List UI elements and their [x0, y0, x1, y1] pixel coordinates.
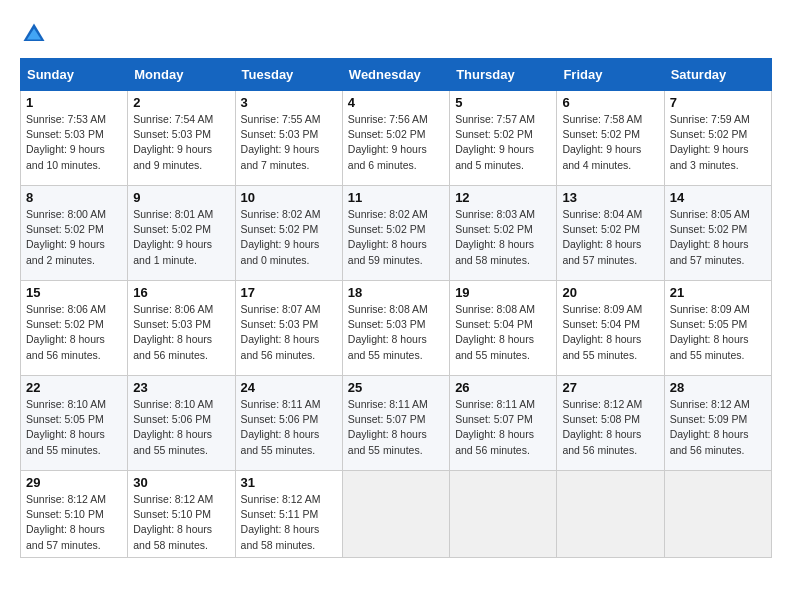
- day-info: Sunrise: 8:09 AMSunset: 5:05 PMDaylight:…: [670, 302, 766, 363]
- day-number: 4: [348, 95, 444, 110]
- day-info: Sunrise: 8:05 AMSunset: 5:02 PMDaylight:…: [670, 207, 766, 268]
- day-number: 29: [26, 475, 122, 490]
- calendar-week-row: 22Sunrise: 8:10 AMSunset: 5:05 PMDayligh…: [21, 376, 772, 471]
- day-info: Sunrise: 8:11 AMSunset: 5:07 PMDaylight:…: [348, 397, 444, 458]
- calendar-cell: 3Sunrise: 7:55 AMSunset: 5:03 PMDaylight…: [235, 91, 342, 186]
- day-info: Sunrise: 8:11 AMSunset: 5:07 PMDaylight:…: [455, 397, 551, 458]
- column-header-wednesday: Wednesday: [342, 59, 449, 91]
- calendar-header-row: SundayMondayTuesdayWednesdayThursdayFrid…: [21, 59, 772, 91]
- day-number: 15: [26, 285, 122, 300]
- calendar-cell: 12Sunrise: 8:03 AMSunset: 5:02 PMDayligh…: [450, 186, 557, 281]
- day-number: 24: [241, 380, 337, 395]
- calendar-cell: 28Sunrise: 8:12 AMSunset: 5:09 PMDayligh…: [664, 376, 771, 471]
- calendar-cell: 9Sunrise: 8:01 AMSunset: 5:02 PMDaylight…: [128, 186, 235, 281]
- day-info: Sunrise: 8:12 AMSunset: 5:09 PMDaylight:…: [670, 397, 766, 458]
- calendar-cell: 17Sunrise: 8:07 AMSunset: 5:03 PMDayligh…: [235, 281, 342, 376]
- day-number: 16: [133, 285, 229, 300]
- column-header-friday: Friday: [557, 59, 664, 91]
- day-number: 22: [26, 380, 122, 395]
- day-info: Sunrise: 8:07 AMSunset: 5:03 PMDaylight:…: [241, 302, 337, 363]
- calendar-cell: [342, 471, 449, 558]
- day-info: Sunrise: 8:06 AMSunset: 5:02 PMDaylight:…: [26, 302, 122, 363]
- calendar-week-row: 8Sunrise: 8:00 AMSunset: 5:02 PMDaylight…: [21, 186, 772, 281]
- calendar-week-row: 29Sunrise: 8:12 AMSunset: 5:10 PMDayligh…: [21, 471, 772, 558]
- calendar-cell: 23Sunrise: 8:10 AMSunset: 5:06 PMDayligh…: [128, 376, 235, 471]
- day-number: 25: [348, 380, 444, 395]
- day-number: 7: [670, 95, 766, 110]
- day-info: Sunrise: 8:00 AMSunset: 5:02 PMDaylight:…: [26, 207, 122, 268]
- day-number: 6: [562, 95, 658, 110]
- calendar-cell: 26Sunrise: 8:11 AMSunset: 5:07 PMDayligh…: [450, 376, 557, 471]
- calendar-week-row: 1Sunrise: 7:53 AMSunset: 5:03 PMDaylight…: [21, 91, 772, 186]
- column-header-saturday: Saturday: [664, 59, 771, 91]
- page-header: [20, 20, 772, 48]
- calendar-cell: 10Sunrise: 8:02 AMSunset: 5:02 PMDayligh…: [235, 186, 342, 281]
- day-number: 17: [241, 285, 337, 300]
- day-number: 27: [562, 380, 658, 395]
- day-info: Sunrise: 7:58 AMSunset: 5:02 PMDaylight:…: [562, 112, 658, 173]
- calendar-cell: 1Sunrise: 7:53 AMSunset: 5:03 PMDaylight…: [21, 91, 128, 186]
- column-header-sunday: Sunday: [21, 59, 128, 91]
- day-info: Sunrise: 8:06 AMSunset: 5:03 PMDaylight:…: [133, 302, 229, 363]
- day-number: 23: [133, 380, 229, 395]
- day-number: 26: [455, 380, 551, 395]
- day-info: Sunrise: 8:02 AMSunset: 5:02 PMDaylight:…: [348, 207, 444, 268]
- day-number: 19: [455, 285, 551, 300]
- day-number: 11: [348, 190, 444, 205]
- calendar-cell: 7Sunrise: 7:59 AMSunset: 5:02 PMDaylight…: [664, 91, 771, 186]
- column-header-tuesday: Tuesday: [235, 59, 342, 91]
- day-number: 9: [133, 190, 229, 205]
- column-header-thursday: Thursday: [450, 59, 557, 91]
- logo: [20, 20, 50, 48]
- day-number: 18: [348, 285, 444, 300]
- day-info: Sunrise: 7:59 AMSunset: 5:02 PMDaylight:…: [670, 112, 766, 173]
- day-number: 3: [241, 95, 337, 110]
- day-info: Sunrise: 8:12 AMSunset: 5:10 PMDaylight:…: [133, 492, 229, 553]
- calendar-cell: 18Sunrise: 8:08 AMSunset: 5:03 PMDayligh…: [342, 281, 449, 376]
- calendar-cell: [450, 471, 557, 558]
- day-number: 28: [670, 380, 766, 395]
- calendar-cell: [557, 471, 664, 558]
- calendar-cell: 2Sunrise: 7:54 AMSunset: 5:03 PMDaylight…: [128, 91, 235, 186]
- day-number: 2: [133, 95, 229, 110]
- day-number: 12: [455, 190, 551, 205]
- day-info: Sunrise: 7:56 AMSunset: 5:02 PMDaylight:…: [348, 112, 444, 173]
- day-info: Sunrise: 7:57 AMSunset: 5:02 PMDaylight:…: [455, 112, 551, 173]
- logo-icon: [20, 20, 48, 48]
- calendar-cell: 22Sunrise: 8:10 AMSunset: 5:05 PMDayligh…: [21, 376, 128, 471]
- day-number: 30: [133, 475, 229, 490]
- calendar-cell: 13Sunrise: 8:04 AMSunset: 5:02 PMDayligh…: [557, 186, 664, 281]
- day-number: 1: [26, 95, 122, 110]
- day-info: Sunrise: 7:55 AMSunset: 5:03 PMDaylight:…: [241, 112, 337, 173]
- calendar-table: SundayMondayTuesdayWednesdayThursdayFrid…: [20, 58, 772, 558]
- calendar-cell: 19Sunrise: 8:08 AMSunset: 5:04 PMDayligh…: [450, 281, 557, 376]
- day-number: 21: [670, 285, 766, 300]
- day-info: Sunrise: 7:53 AMSunset: 5:03 PMDaylight:…: [26, 112, 122, 173]
- calendar-cell: 4Sunrise: 7:56 AMSunset: 5:02 PMDaylight…: [342, 91, 449, 186]
- day-number: 31: [241, 475, 337, 490]
- day-number: 5: [455, 95, 551, 110]
- day-info: Sunrise: 8:12 AMSunset: 5:11 PMDaylight:…: [241, 492, 337, 553]
- day-number: 14: [670, 190, 766, 205]
- calendar-cell: 5Sunrise: 7:57 AMSunset: 5:02 PMDaylight…: [450, 91, 557, 186]
- calendar-cell: 21Sunrise: 8:09 AMSunset: 5:05 PMDayligh…: [664, 281, 771, 376]
- calendar-cell: 20Sunrise: 8:09 AMSunset: 5:04 PMDayligh…: [557, 281, 664, 376]
- day-info: Sunrise: 8:08 AMSunset: 5:03 PMDaylight:…: [348, 302, 444, 363]
- day-info: Sunrise: 8:08 AMSunset: 5:04 PMDaylight:…: [455, 302, 551, 363]
- calendar-cell: 14Sunrise: 8:05 AMSunset: 5:02 PMDayligh…: [664, 186, 771, 281]
- calendar-cell: 29Sunrise: 8:12 AMSunset: 5:10 PMDayligh…: [21, 471, 128, 558]
- day-number: 13: [562, 190, 658, 205]
- day-info: Sunrise: 8:02 AMSunset: 5:02 PMDaylight:…: [241, 207, 337, 268]
- day-number: 10: [241, 190, 337, 205]
- calendar-cell: 8Sunrise: 8:00 AMSunset: 5:02 PMDaylight…: [21, 186, 128, 281]
- day-info: Sunrise: 8:12 AMSunset: 5:08 PMDaylight:…: [562, 397, 658, 458]
- calendar-cell: 11Sunrise: 8:02 AMSunset: 5:02 PMDayligh…: [342, 186, 449, 281]
- calendar-cell: 24Sunrise: 8:11 AMSunset: 5:06 PMDayligh…: [235, 376, 342, 471]
- calendar-cell: 25Sunrise: 8:11 AMSunset: 5:07 PMDayligh…: [342, 376, 449, 471]
- day-info: Sunrise: 8:09 AMSunset: 5:04 PMDaylight:…: [562, 302, 658, 363]
- calendar-week-row: 15Sunrise: 8:06 AMSunset: 5:02 PMDayligh…: [21, 281, 772, 376]
- day-info: Sunrise: 8:11 AMSunset: 5:06 PMDaylight:…: [241, 397, 337, 458]
- day-info: Sunrise: 8:01 AMSunset: 5:02 PMDaylight:…: [133, 207, 229, 268]
- day-number: 8: [26, 190, 122, 205]
- calendar-cell: 6Sunrise: 7:58 AMSunset: 5:02 PMDaylight…: [557, 91, 664, 186]
